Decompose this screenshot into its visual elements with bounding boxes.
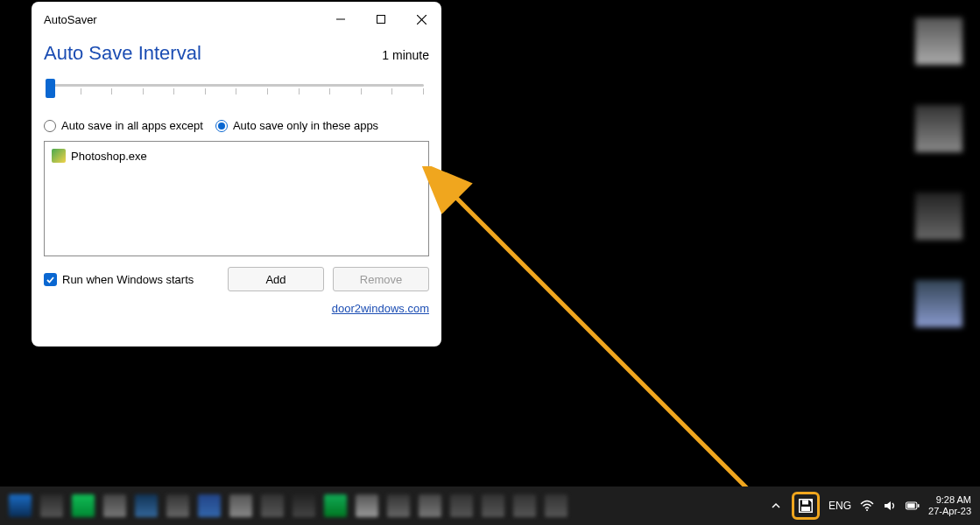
interval-value: 1 minute: [382, 48, 429, 62]
taskbar-app[interactable]: [450, 494, 473, 517]
desktop-icons-column: [915, 18, 962, 327]
taskbar-app[interactable]: [229, 494, 252, 517]
interval-slider[interactable]: [44, 77, 429, 103]
taskbar: ENG 9:28 AM 27-Apr-23: [0, 486, 980, 525]
taskbar-app[interactable]: [9, 494, 32, 517]
checkbox-icon: [44, 273, 57, 286]
taskbar-app[interactable]: [40, 494, 63, 517]
clock-time: 9:28 AM: [928, 494, 971, 506]
list-item-label: Photoshop.exe: [71, 150, 147, 163]
taskbar-app[interactable]: [166, 494, 189, 517]
taskbar-app[interactable]: [513, 494, 536, 517]
titlebar: AutoSaver: [32, 2, 441, 37]
battery-icon[interactable]: [906, 499, 920, 513]
apps-listbox[interactable]: Photoshop.exe: [44, 141, 429, 256]
svg-line-5: [451, 192, 749, 490]
svg-rect-1: [377, 16, 385, 24]
wifi-icon[interactable]: [860, 499, 874, 513]
taskbar-tray: ENG 9:28 AM 27-Apr-23: [769, 492, 980, 520]
close-button[interactable]: [401, 2, 441, 37]
desktop-icon[interactable]: [915, 105, 962, 152]
svg-point-9: [866, 509, 868, 511]
taskbar-app[interactable]: [72, 494, 95, 517]
taskbar-app[interactable]: [356, 494, 378, 517]
add-button[interactable]: Add: [228, 267, 324, 291]
taskbar-apps: [0, 494, 568, 517]
taskbar-app[interactable]: [135, 494, 158, 517]
taskbar-app[interactable]: [387, 494, 410, 517]
svg-rect-8: [801, 507, 810, 511]
desktop-icon[interactable]: [915, 18, 962, 65]
radio-except[interactable]: Auto save in all apps except: [44, 119, 203, 132]
taskbar-app[interactable]: [324, 494, 347, 517]
tray-overflow-icon[interactable]: [769, 499, 783, 513]
clock-date: 27-Apr-23: [928, 506, 971, 517]
svg-marker-10: [885, 501, 891, 510]
run-on-start-checkbox[interactable]: Run when Windows starts: [44, 273, 219, 286]
window-title: AutoSaver: [44, 13, 321, 26]
maximize-button[interactable]: [361, 2, 401, 37]
minimize-button[interactable]: [321, 2, 361, 37]
svg-rect-13: [907, 503, 915, 508]
taskbar-app[interactable]: [198, 494, 221, 517]
radio-except-label: Auto save in all apps except: [61, 119, 203, 132]
taskbar-app[interactable]: [293, 494, 315, 517]
tray-autosaver-highlight: [792, 492, 820, 520]
floppy-save-icon[interactable]: [797, 497, 814, 514]
radio-icon: [44, 120, 56, 132]
tray-language[interactable]: ENG: [828, 500, 851, 512]
radio-only[interactable]: Auto save only in these apps: [215, 119, 378, 132]
radio-only-label: Auto save only in these apps: [233, 119, 378, 132]
annotation-arrow: [412, 166, 788, 508]
taskbar-app[interactable]: [482, 494, 504, 517]
svg-rect-12: [918, 504, 920, 508]
desktop-icon[interactable]: [915, 280, 962, 327]
website-link[interactable]: door2windows.com: [332, 302, 429, 315]
run-on-start-label: Run when Windows starts: [62, 273, 194, 286]
radio-icon: [215, 120, 228, 132]
taskbar-app[interactable]: [545, 494, 568, 517]
taskbar-app[interactable]: [261, 494, 284, 517]
app-icon: [52, 149, 66, 163]
section-heading: Auto Save Interval: [44, 42, 201, 65]
taskbar-app[interactable]: [419, 494, 441, 517]
taskbar-app[interactable]: [103, 494, 126, 517]
list-item[interactable]: Photoshop.exe: [52, 147, 421, 164]
desktop-icon[interactable]: [915, 192, 962, 240]
remove-button[interactable]: Remove: [333, 267, 429, 291]
taskbar-clock[interactable]: 9:28 AM 27-Apr-23: [928, 494, 971, 517]
svg-rect-7: [802, 500, 808, 505]
slider-thumb[interactable]: [46, 79, 55, 98]
autosaver-window: AutoSaver Auto Save Interval 1 minute Au…: [32, 2, 441, 346]
volume-icon[interactable]: [883, 499, 897, 513]
